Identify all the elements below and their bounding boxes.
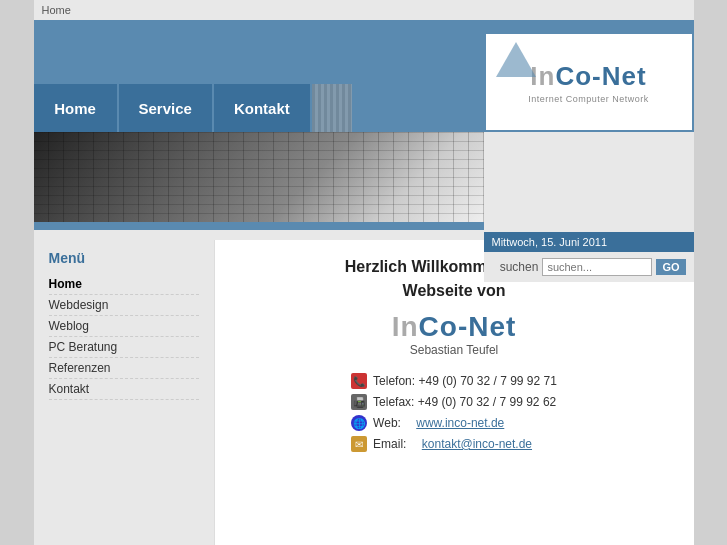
date-bar: Mittwoch, 15. Juni 2011 bbox=[484, 232, 694, 252]
search-bar: suchen GO bbox=[484, 252, 694, 282]
company-name-co-net: Co-Net bbox=[419, 311, 517, 342]
breadcrumb-text: Home bbox=[42, 4, 71, 16]
nav-bar: Home Service Kontakt bbox=[34, 84, 484, 132]
content-area: Herzlich Willkommen auf der Webseite von… bbox=[214, 240, 694, 545]
web-label: Web: bbox=[373, 416, 401, 430]
logo-text: InCo-Net bbox=[530, 61, 646, 92]
sidebar-item-label: Weblog bbox=[49, 319, 89, 333]
sidebar-item-pc-beratung[interactable]: PC Beratung bbox=[49, 337, 199, 358]
sidebar: Menü Home Webdesign Weblog PC Beratung R… bbox=[34, 240, 214, 545]
search-button-label: GO bbox=[662, 261, 679, 273]
fax-icon: 📠 bbox=[351, 394, 367, 410]
web-link[interactable]: www.inco-net.de bbox=[416, 416, 504, 430]
sidebar-item-label: PC Beratung bbox=[49, 340, 118, 354]
sidebar-item-label: Webdesign bbox=[49, 298, 109, 312]
nav-area: Home Service Kontakt bbox=[34, 32, 484, 132]
fax-text: Telefax: +49 (0) 70 32 / 7 99 92 62 bbox=[373, 395, 556, 409]
contact-email: ✉ Email: kontakt@inco-net.de bbox=[351, 436, 557, 452]
nav-service-button[interactable]: Service bbox=[119, 84, 214, 132]
search-label: suchen bbox=[500, 260, 539, 274]
sidebar-item-label: Home bbox=[49, 277, 82, 291]
header: Home Service Kontakt InCo-Net Inte bbox=[34, 20, 694, 230]
logo-co-net: Co-Net bbox=[555, 61, 646, 91]
top-blue-bar bbox=[34, 20, 694, 32]
contact-fax: 📠 Telefax: +49 (0) 70 32 / 7 99 92 62 bbox=[351, 394, 557, 410]
sidebar-item-webdesign[interactable]: Webdesign bbox=[49, 295, 199, 316]
sidebar-item-label: Referenzen bbox=[49, 361, 111, 375]
keyboard-image bbox=[34, 132, 484, 222]
sidebar-title: Menü bbox=[49, 250, 199, 266]
person-name: Sebastian Teufel bbox=[235, 343, 674, 357]
logo-subtitle: Internet Computer Network bbox=[528, 94, 649, 104]
sidebar-item-weblog[interactable]: Weblog bbox=[49, 316, 199, 337]
web-link-text: www.inco-net.de bbox=[416, 416, 504, 430]
keyboard-decoration bbox=[34, 132, 484, 222]
nav-stripes-decoration bbox=[312, 84, 352, 132]
nav-service-label: Service bbox=[139, 100, 192, 117]
nav-kontakt-button[interactable]: Kontakt bbox=[214, 84, 312, 132]
date-text: Mittwoch, 15. Juni 2011 bbox=[492, 236, 608, 248]
search-button[interactable]: GO bbox=[656, 259, 685, 275]
email-link-text: kontakt@inco-net.de bbox=[422, 437, 532, 451]
contact-web: 🌐 Web: www.inco-net.de bbox=[351, 415, 557, 431]
nav-home-button[interactable]: Home bbox=[34, 84, 119, 132]
sidebar-item-label: Kontakt bbox=[49, 382, 90, 396]
logo-triangle-decoration bbox=[496, 42, 536, 77]
sidebar-item-referenzen[interactable]: Referenzen bbox=[49, 358, 199, 379]
sidebar-item-kontakt[interactable]: Kontakt bbox=[49, 379, 199, 400]
email-label: Email: bbox=[373, 437, 406, 451]
email-icon: ✉ bbox=[351, 436, 367, 452]
company-name-in: In bbox=[392, 311, 419, 342]
header-bar: Home Service Kontakt InCo-Net Inte bbox=[34, 32, 694, 132]
email-link[interactable]: kontakt@inco-net.de bbox=[422, 437, 532, 451]
nav-kontakt-label: Kontakt bbox=[234, 100, 290, 117]
web-icon: 🌐 bbox=[351, 415, 367, 431]
welcome-line2: Webseite von bbox=[403, 282, 506, 299]
search-input[interactable] bbox=[542, 258, 652, 276]
company-name: InCo-Net bbox=[235, 311, 674, 343]
bottom-blue-bar bbox=[34, 222, 484, 230]
phone-icon: 📞 bbox=[351, 373, 367, 389]
sidebar-item-home[interactable]: Home bbox=[49, 274, 199, 295]
logo-area: InCo-Net Internet Computer Network bbox=[484, 32, 694, 132]
breadcrumb: Home bbox=[34, 0, 694, 20]
phone-text: Telefon: +49 (0) 70 32 / 7 99 92 71 bbox=[373, 374, 557, 388]
contact-list: 📞 Telefon: +49 (0) 70 32 / 7 99 92 71 📠 … bbox=[351, 373, 557, 452]
nav-home-label: Home bbox=[54, 100, 96, 117]
contact-phone: 📞 Telefon: +49 (0) 70 32 / 7 99 92 71 bbox=[351, 373, 557, 389]
